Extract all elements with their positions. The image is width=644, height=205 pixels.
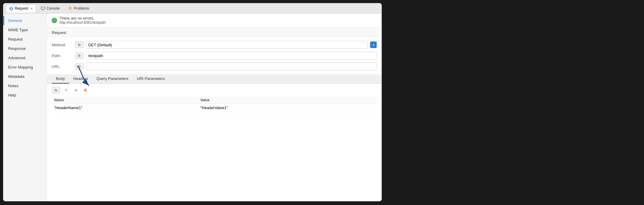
url-fx-button[interactable]: fx [75, 63, 84, 70]
tab-bar: Request ✕ Console ! Problems [3, 3, 382, 14]
tools-button[interactable] [82, 87, 89, 94]
tab-problems[interactable]: ! Problems [65, 5, 93, 12]
tab-console[interactable]: Console [37, 5, 63, 12]
cell-value: "HeaderValue1" [198, 104, 344, 112]
body-fx-button[interactable]: fx [52, 87, 60, 93]
url-input[interactable] [86, 63, 377, 70]
path-label: Path: [52, 54, 73, 58]
add-row-button[interactable]: + [63, 87, 70, 94]
cell-name: "HeaderName1" [52, 104, 198, 112]
sidebar-item-notes[interactable]: Notes [3, 81, 47, 90]
sidebar: General MIME Type Request Response Advan… [3, 14, 47, 201]
svg-text:!: ! [70, 7, 71, 10]
section-label: Request [47, 27, 382, 37]
form-area: Method: fx GET (Default) ▾ Pat [47, 37, 382, 74]
tab-close-button[interactable]: ✕ [30, 7, 33, 10]
column-header-name: Name [52, 97, 198, 104]
method-fx-button[interactable]: fx [75, 41, 84, 48]
method-label: Method: [52, 43, 73, 47]
sidebar-item-advanced[interactable]: Advanced [3, 53, 47, 63]
tab-body[interactable]: Body [52, 74, 69, 84]
tab-console-label: Console [47, 6, 60, 11]
sidebar-item-response[interactable]: Response [3, 44, 47, 53]
tab-problems-label: Problems [74, 6, 89, 11]
body-content: fx + ✕ [47, 84, 382, 115]
status-bar: ✓ There are no errors. http://localhost:… [47, 14, 382, 27]
method-row: Method: fx GET (Default) ▾ [47, 39, 382, 50]
status-url: http://localhost:8081/testpath [60, 20, 106, 25]
status-text: There are no errors. http://localhost:80… [60, 16, 106, 25]
column-header-actions [344, 97, 377, 104]
path-fx-button[interactable]: fx [75, 52, 84, 59]
content-area: ✓ There are no errors. http://localhost:… [47, 14, 382, 201]
method-dropdown-arrow[interactable]: ▾ [370, 41, 377, 48]
tab-query-parameters[interactable]: Query Parameters [92, 74, 133, 84]
main-content: General MIME Type Request Response Advan… [3, 14, 382, 201]
delete-row-button[interactable]: ✕ [72, 87, 79, 94]
toolbar-row: fx + ✕ [52, 87, 377, 94]
inner-tabs: Body Headers Query Parameters URI Parame… [47, 74, 382, 84]
success-icon: ✓ [52, 18, 57, 23]
tab-request-label: Request [15, 6, 28, 11]
path-row: Path: fx [47, 50, 382, 61]
sidebar-item-general[interactable]: General [3, 16, 47, 25]
sidebar-item-error-mapping[interactable]: Error Mapping [3, 63, 47, 72]
tab-uri-parameters[interactable]: URI Parameters [133, 74, 169, 84]
tab-headers[interactable]: Headers [69, 74, 92, 84]
svg-rect-3 [41, 7, 45, 9]
tab-request[interactable]: Request ✕ [6, 4, 36, 13]
status-message: There are no errors. [60, 16, 106, 20]
column-header-value: Value [198, 97, 344, 104]
sidebar-item-mime-type[interactable]: MIME Type [3, 25, 47, 35]
monitor-icon [41, 6, 45, 11]
problems-icon: ! [68, 6, 72, 11]
url-row: URL: fx [47, 61, 382, 72]
cell-actions [344, 104, 377, 112]
url-label: URL: [52, 64, 73, 69]
method-select[interactable]: GET (Default) [86, 41, 368, 49]
sidebar-item-help[interactable]: Help [3, 90, 47, 100]
sidebar-item-request[interactable]: Request [3, 35, 47, 44]
path-input[interactable] [86, 52, 377, 60]
globe-icon [9, 6, 13, 11]
table-row: "HeaderName1" "HeaderValue1" [52, 104, 377, 112]
content-wrapper: ✓ There are no errors. http://localhost:… [47, 14, 382, 201]
headers-table: Name Value "HeaderName1" " [52, 97, 377, 112]
method-select-wrapper: GET (Default) [86, 41, 368, 49]
sidebar-item-metadata[interactable]: Metadata [3, 72, 47, 81]
